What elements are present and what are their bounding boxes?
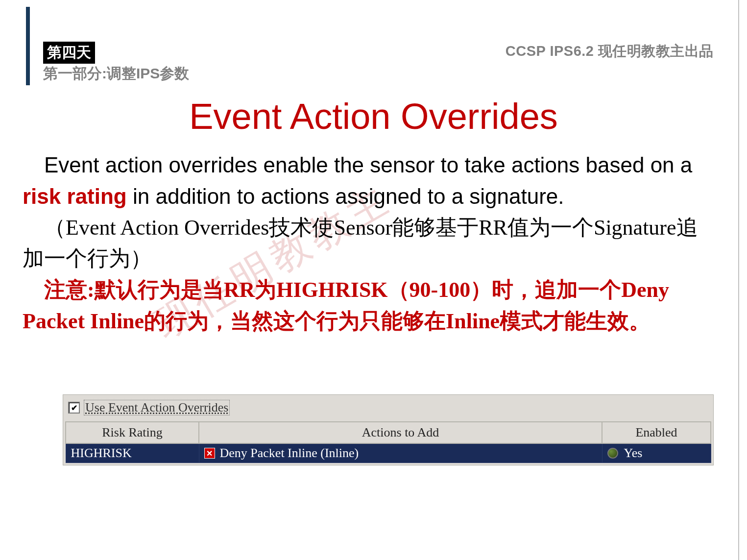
checkbox-label: Use Event Action Overrides	[84, 400, 230, 415]
slide-title: Event Action Overrides	[9, 96, 738, 137]
col-enabled[interactable]: Enabled	[602, 422, 711, 443]
status-dot-icon	[607, 448, 618, 459]
cell-enabled: Yes	[602, 443, 711, 463]
slide: 第四天 第一部分:调整IPS参数 CCSP IPS6.2 现任明教教主出品 Ev…	[0, 0, 747, 560]
body-text: Event action overrides enable the sensor…	[23, 149, 719, 337]
cell-action-text: Deny Packet Inline (Inline)	[220, 446, 359, 461]
p1-tail: in addition to actions assigned to a sig…	[127, 184, 564, 208]
paragraph-3: 注意:默认行为是当RR为HIGHRISK（90-100）时，追加一个Deny P…	[23, 274, 719, 337]
header-brand: CCSP IPS6.2 现任明教教主出品	[506, 42, 714, 61]
paragraph-1: Event action overrides enable the sensor…	[23, 149, 719, 212]
slide-inner: 第四天 第一部分:调整IPS参数 CCSP IPS6.2 现任明教教主出品 Ev…	[9, 0, 739, 560]
checkbox-icon[interactable]: ✔	[68, 402, 80, 414]
accent-bar	[26, 7, 30, 85]
header-section: 第一部分:调整IPS参数	[43, 64, 189, 84]
p1-lead: Event action overrides enable the sensor…	[44, 153, 692, 177]
table-row[interactable]: HIGHRISK ✕ Deny Packet Inline (Inline) Y…	[66, 443, 711, 463]
cell-enabled-text: Yes	[624, 446, 643, 461]
header-day: 第四天	[43, 42, 95, 64]
deny-icon: ✕	[204, 448, 215, 459]
col-risk-rating[interactable]: Risk Rating	[66, 422, 199, 443]
p1-emphasis: risk rating	[23, 184, 127, 208]
cell-action: ✕ Deny Packet Inline (Inline)	[199, 443, 602, 463]
cell-risk: HIGHRISK	[66, 443, 199, 463]
paragraph-2: （Event Action Overrides技术使Sensor能够基于RR值为…	[23, 212, 719, 275]
checkbox-row[interactable]: ✔ Use Event Action Overrides	[65, 398, 711, 421]
overrides-table: Risk Rating Actions to Add Enabled HIGHR…	[65, 421, 711, 463]
col-actions-to-add[interactable]: Actions to Add	[199, 422, 602, 443]
overrides-panel: ✔ Use Event Action Overrides Risk Rating…	[63, 394, 714, 465]
table-header-row: Risk Rating Actions to Add Enabled	[66, 422, 711, 443]
